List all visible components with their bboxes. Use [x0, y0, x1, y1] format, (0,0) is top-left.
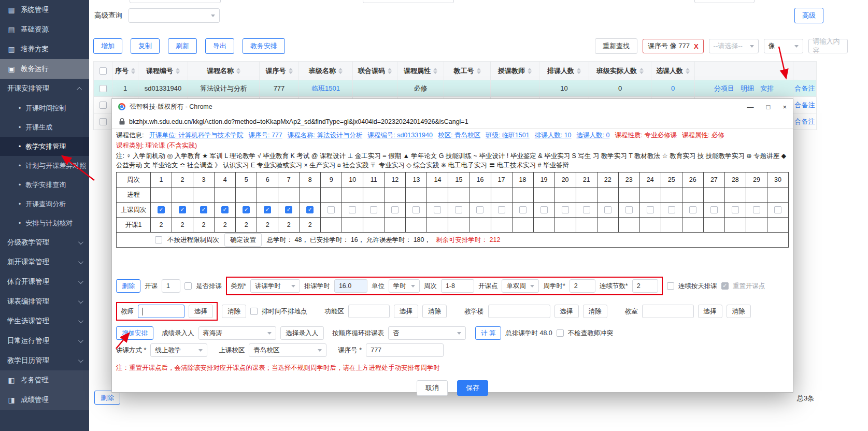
room-input[interactable] [642, 305, 694, 318]
toolbar-button-教务安排[interactable]: 教务安排 [243, 38, 285, 54]
sidebar-section-体育开课管理[interactable]: 体育开课管理 [0, 272, 89, 292]
advanced-query-select[interactable] [129, 8, 220, 23]
session-input[interactable]: 1 [162, 279, 180, 293]
week-20-checkbox[interactable] [562, 206, 569, 213]
sidebar-item-考务管理[interactable]: ◧考务管理 [0, 370, 89, 390]
week-23-checkbox[interactable] [625, 206, 633, 213]
sort-icon[interactable] [477, 68, 481, 74]
week-22-checkbox[interactable] [604, 206, 611, 213]
week-26-checkbox[interactable] [689, 206, 696, 213]
week-27-checkbox[interactable] [710, 206, 718, 213]
sort-icon[interactable] [433, 68, 437, 74]
week-6-checkbox[interactable] [264, 206, 271, 213]
week-13-checkbox[interactable] [412, 206, 420, 213]
select-all-checkbox[interactable] [99, 67, 107, 75]
delete-schedule-button[interactable]: 删除 [116, 279, 140, 293]
zone-input[interactable] [348, 305, 390, 318]
minimize-icon[interactable]: — [747, 103, 754, 111]
is-schedule-checkbox[interactable] [184, 282, 192, 290]
choose-grader-button[interactable]: 选择录入人 [280, 326, 324, 340]
course-info-segment[interactable]: 校区: 青岛校区 [438, 131, 480, 140]
sort-icon[interactable] [338, 68, 343, 74]
by-day-checkbox[interactable] [667, 282, 674, 290]
sched-hours-input[interactable]: 16.0 [334, 279, 367, 293]
category-select[interactable]: 讲课学时 [250, 279, 300, 293]
no-limit-checkbox[interactable] [155, 236, 162, 243]
toolbar-button-增加[interactable]: 增加 [93, 38, 122, 54]
toolbar-button-复制[interactable]: 复制 [131, 38, 160, 54]
campus-select[interactable]: 青岛校区 [249, 343, 326, 357]
week-9-checkbox[interactable] [328, 206, 335, 213]
sidebar-item-基础资源[interactable]: ▤基础资源 [0, 20, 89, 39]
sidebar-item-教务运行[interactable]: ▣教务运行 [0, 59, 89, 79]
sidebar-subitem-开课时间控制[interactable]: 开课时间控制 [0, 98, 89, 118]
research-button[interactable]: 重新查找 [595, 38, 637, 54]
week-8-checkbox[interactable] [306, 206, 314, 213]
week-10-checkbox[interactable] [349, 206, 356, 213]
week-17-checkbox[interactable] [498, 206, 505, 213]
weeks-input[interactable]: 1-8 [441, 279, 474, 293]
sidebar-section-分级教学管理[interactable]: 分级教学管理 [0, 233, 89, 252]
row-checkbox[interactable] [99, 118, 107, 125]
sort-icon[interactable] [686, 68, 690, 74]
grader-select[interactable]: 蒋海涛 [198, 326, 276, 340]
week-14-checkbox[interactable] [434, 206, 441, 213]
close-icon[interactable]: × [782, 103, 787, 111]
sidebar-item-系统管理[interactable]: ▦系统管理 [0, 0, 89, 20]
course-info-segment[interactable]: 开课单位: 计算机科学与技术学院 [149, 131, 243, 140]
odd-even-select[interactable]: 单双周 [502, 279, 539, 293]
sidebar-subitem-教学安排查询[interactable]: 教学安排查询 [0, 175, 89, 194]
action-link-extra[interactable]: 合备注 [795, 101, 815, 109]
sort-icon[interactable] [236, 68, 240, 74]
week-12-checkbox[interactable] [391, 206, 399, 213]
sidebar-item-培养方案[interactable]: ▥培养方案 [0, 39, 89, 59]
no-conflict-checkbox[interactable] [557, 329, 564, 337]
popup-titlebar[interactable]: 强智科技-版权所有 - Chrome — □ × [112, 99, 793, 114]
sidebar-subitem-开课查询分析[interactable]: 开课查询分析 [0, 194, 89, 213]
action-link-明细[interactable]: 明细 [741, 84, 754, 92]
toolbar-button-刷新[interactable]: 刷新 [168, 38, 197, 54]
sort-icon[interactable] [388, 68, 392, 74]
confirm-setting-button[interactable]: 确定设置 [224, 233, 262, 247]
weekly-hours-input[interactable]: 2 [570, 279, 595, 293]
building-input[interactable] [488, 305, 550, 318]
week-3-checkbox[interactable] [200, 206, 207, 213]
sort-icon[interactable] [639, 68, 644, 74]
teacher-clear-button[interactable]: 清除 [222, 305, 246, 318]
sidebar-section-日常运行管理[interactable]: 日常运行管理 [0, 331, 89, 351]
remove-filter-icon[interactable]: X [694, 42, 699, 50]
sidebar-section-课表编排管理[interactable]: 课表编排管理 [0, 292, 89, 311]
sidebar-section-新开课堂管理[interactable]: 新开课堂管理 [0, 252, 89, 272]
teach-mode-select[interactable]: 线上教学 [150, 343, 207, 357]
sidebar-item-成绩管理[interactable]: ◨成绩管理 [0, 390, 89, 410]
cutoff-input-3[interactable] [694, 0, 755, 3]
sidebar-section-教学日历管理[interactable]: 教学日历管理 [0, 351, 89, 370]
course-info-segment[interactable]: 课序号: 777 [248, 131, 282, 140]
operator-select[interactable]: 像 [764, 39, 803, 53]
cancel-button[interactable]: 取消 [417, 380, 448, 396]
sort-icon[interactable] [131, 68, 135, 74]
sidebar-subitem-教学安排管理[interactable]: 教学安排管理 [0, 137, 89, 156]
room-clear-button[interactable]: 清除 [727, 305, 751, 318]
row-checkbox[interactable] [99, 85, 107, 92]
reset-point-checkbox[interactable] [721, 282, 729, 290]
advanced-button[interactable]: 高级 [794, 8, 823, 23]
week-15-checkbox[interactable] [455, 206, 462, 213]
cutoff-input-1[interactable] [130, 0, 221, 3]
save-button[interactable]: 保存 [457, 380, 488, 396]
week-30-checkbox[interactable] [774, 206, 781, 213]
toolbar-button-导出[interactable]: 导出 [205, 38, 234, 54]
popup-urlbar[interactable]: bkzhjx.wh.sdu.edu.cn/kkglAction.do?metho… [112, 114, 793, 129]
course-info-segment[interactable]: 选课人数: 0 [577, 131, 610, 140]
course-info-segment[interactable]: 课程名称: 算法设计与分析 [288, 131, 362, 140]
action-link-extra[interactable]: 合备注 [795, 84, 815, 92]
sort-icon[interactable] [577, 68, 581, 74]
building-select-button[interactable]: 选择 [554, 305, 579, 318]
sidebar-subitem-计划与开课差异对照[interactable]: 计划与开课差异对照 [0, 156, 89, 175]
field-select[interactable]: --请选择-- [709, 39, 759, 53]
week-28-checkbox[interactable] [732, 206, 739, 213]
week-5-checkbox[interactable] [243, 206, 250, 213]
week-25-checkbox[interactable] [668, 206, 675, 213]
sort-icon[interactable] [176, 68, 180, 74]
course-info-segment[interactable]: 班级: 临班1501 [486, 131, 530, 140]
